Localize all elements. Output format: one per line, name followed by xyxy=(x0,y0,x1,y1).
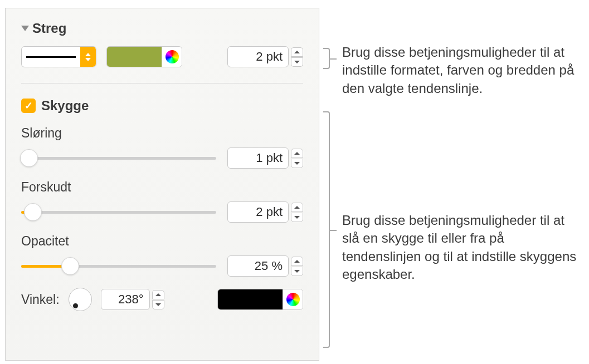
color-picker-button[interactable] xyxy=(162,47,182,67)
sloring-stepper xyxy=(291,149,303,168)
line-style-dropdown[interactable] xyxy=(21,46,96,67)
streg-color-group xyxy=(106,46,182,67)
skygge-checkbox-row: ✓ Skygge xyxy=(21,98,303,114)
skygge-color-well[interactable] xyxy=(218,289,283,309)
forskudt-stepper xyxy=(291,203,303,222)
sloring-input[interactable] xyxy=(227,147,289,169)
color-wheel-icon xyxy=(165,50,179,63)
stepper-down-button[interactable] xyxy=(291,267,303,276)
angle-knob[interactable] xyxy=(69,288,92,311)
skygge-checkbox[interactable]: ✓ xyxy=(21,99,36,113)
opacitet-label: Opacitet xyxy=(21,234,303,249)
streg-header[interactable]: Streg xyxy=(21,21,303,36)
forskudt-label: Forskudt xyxy=(21,180,303,195)
streg-width-input[interactable] xyxy=(227,46,289,67)
opacitet-input[interactable] xyxy=(227,255,289,277)
sloring-block: Sløring xyxy=(21,126,303,169)
callout-skygge-text: Brug disse betjeningsmuligheder til at s… xyxy=(342,211,582,284)
stepper-up-button[interactable] xyxy=(291,47,303,57)
format-panel: Streg ✓ Skygge Sløring xyxy=(5,8,319,361)
streg-controls-row xyxy=(21,46,303,67)
forskudt-slider[interactable] xyxy=(21,202,216,222)
opacitet-block: Opacitet xyxy=(21,234,303,277)
skygge-color-group xyxy=(217,289,303,310)
chevron-down-icon xyxy=(21,26,29,31)
opacitet-slider[interactable] xyxy=(21,256,216,276)
vinkel-row: Vinkel: xyxy=(21,288,303,311)
stepper-down-button[interactable] xyxy=(291,57,303,67)
streg-width-stepper xyxy=(291,47,303,67)
stepper-up-button[interactable] xyxy=(291,257,303,266)
callouts-layer: Brug disse betjeningsmuligheder til at i… xyxy=(323,0,585,364)
sloring-slider[interactable] xyxy=(21,148,216,168)
stepper-up-button[interactable] xyxy=(291,203,303,212)
stepper-down-button[interactable] xyxy=(291,213,303,222)
line-preview xyxy=(22,56,80,58)
forskudt-input[interactable] xyxy=(227,201,289,223)
sloring-label: Sløring xyxy=(21,126,303,141)
angle-indicator-dot xyxy=(73,303,78,308)
vinkel-input[interactable] xyxy=(101,289,150,310)
streg-title: Streg xyxy=(32,21,66,36)
opacitet-stepper xyxy=(291,257,303,276)
forskudt-block: Forskudt xyxy=(21,180,303,223)
dropdown-arrows-icon xyxy=(80,47,96,67)
vinkel-label: Vinkel: xyxy=(21,292,60,307)
color-picker-button[interactable] xyxy=(283,289,303,309)
stepper-up-button[interactable] xyxy=(291,149,303,158)
streg-color-well[interactable] xyxy=(107,47,162,67)
vinkel-stepper xyxy=(152,290,164,309)
stepper-down-button[interactable] xyxy=(291,159,303,168)
callout-bracket xyxy=(323,111,330,348)
callout-bracket xyxy=(323,48,330,69)
checkmark-icon: ✓ xyxy=(25,100,33,112)
stepper-up-button[interactable] xyxy=(152,290,164,299)
streg-width-field xyxy=(227,46,303,67)
section-divider xyxy=(21,83,303,83)
callout-streg-text: Brug disse betjeningsmuligheder til at i… xyxy=(342,43,582,97)
color-wheel-icon xyxy=(286,293,300,306)
skygge-label: Skygge xyxy=(41,98,89,114)
stepper-down-button[interactable] xyxy=(152,300,164,309)
